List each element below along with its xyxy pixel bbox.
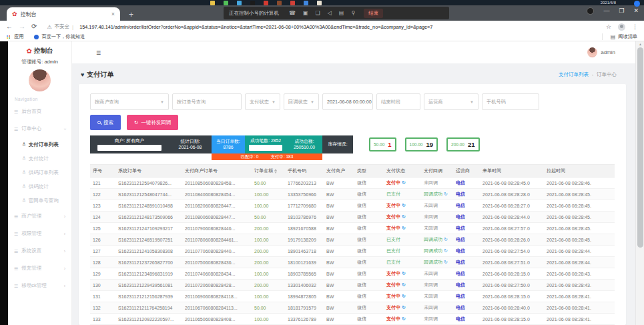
refresh-status-icon[interactable]: ↻: [402, 294, 406, 298]
operator-select[interactable]: 运营商 ▼: [424, 93, 478, 110]
end-session-button[interactable]: 结束: [364, 9, 383, 18]
tab-close-icon[interactable]: ×: [111, 11, 115, 17]
col-amount[interactable]: 订单金额: [252, 165, 285, 178]
sidebar-item-group[interactable]: ☰ 移动ck管理 ›: [8, 277, 71, 294]
scrollbar-up-icon[interactable]: ▲: [636, 42, 644, 46]
taskbar-app-icon[interactable]: [210, 1, 215, 5]
refresh-callback-icon[interactable]: ↻: [444, 237, 448, 242]
pay-merchant: BW: [326, 294, 334, 299]
taskbar-app-icon[interactable]: [264, 1, 268, 5]
bookmark-item[interactable]: 百度一下，你就知道: [34, 33, 85, 40]
stock-price: 200.00: [451, 142, 464, 147]
sidebar-item-home[interactable]: ☰ 后台首页: [8, 103, 71, 120]
refresh-icon[interactable]: ⟳: [31, 23, 37, 30]
user-avatar[interactable]: [29, 69, 51, 91]
come-time: 2021-06-08 08:28:44.0: [482, 215, 530, 220]
close-window-button[interactable]: ✕: [633, 8, 639, 14]
scrollbar-thumb[interactable]: [637, 47, 643, 248]
order-no-input[interactable]: 按订单号查询: [172, 93, 242, 110]
sidebar-item-order-center[interactable]: ☰ 订单中心 ›: [8, 120, 71, 137]
pay-type: 微信: [357, 305, 366, 310]
hamburger-menu-icon[interactable]: ≡: [96, 49, 101, 57]
pay-merchant: BW: [326, 226, 334, 231]
taskbar-app-icon[interactable]: [237, 1, 242, 5]
refresh-status-icon[interactable]: ↻: [402, 271, 406, 276]
refresh-callback-icon[interactable]: ↻: [444, 260, 448, 264]
sidebar-subitem[interactable]: ⚓ 官网单号查询: [8, 194, 71, 208]
pin-icon[interactable]: ⚲: [351, 11, 355, 16]
header-username: admin: [601, 49, 615, 55]
sidebar-subitem[interactable]: ⚓ 支付统计: [8, 151, 71, 166]
reading-list-button[interactable]: ▤ 阅读清单: [602, 33, 637, 40]
stat-merchant-input[interactable]: [97, 145, 162, 151]
url-text[interactable]: 154.197.48.141/admin/order/listOrder?ord…: [79, 24, 600, 30]
sidebar-item-group[interactable]: ☰ 权限管理 ›: [8, 225, 71, 242]
taskbar-app-icon[interactable]: [250, 1, 255, 5]
end-time-input[interactable]: 结束时间: [376, 93, 420, 110]
taskbar-app-icon[interactable]: [304, 1, 308, 5]
back-icon[interactable]: ←: [6, 23, 13, 30]
sort-icon[interactable]: [274, 169, 277, 174]
search-button[interactable]: 搜索: [90, 115, 121, 130]
apps-shortcut[interactable]: 应用: [7, 33, 23, 40]
sidebar-subitem[interactable]: ⚓ 支付订单列表: [8, 137, 71, 151]
minimize-button[interactable]: —: [603, 8, 609, 14]
start-time-input[interactable]: 2021-06-08 00:00:00: [322, 93, 373, 110]
refresh-status-icon[interactable]: ↻: [402, 203, 406, 208]
todesk-float-ball-icon[interactable]: [634, 1, 640, 7]
taskbar-app-icon[interactable]: [290, 1, 295, 5]
taskbar-app-icon[interactable]: [277, 1, 282, 5]
refresh-callback-icon[interactable]: ↻: [444, 192, 448, 196]
sidebar-item-group[interactable]: ☰ 系统设置 ›: [8, 242, 71, 260]
sidebar-item-group[interactable]: ☰ 商户管理 ›: [8, 208, 71, 225]
forward-icon[interactable]: →: [19, 23, 25, 30]
phone-number: 18103786976: [288, 215, 316, 220]
sidebar-item-group[interactable]: ☰ 慢充管理 ›: [8, 260, 71, 277]
profile-avatar[interactable]: [618, 23, 625, 31]
resend-callback-button[interactable]: ↻ 一键补发回调: [127, 115, 178, 130]
refresh-status-icon[interactable]: ↻: [402, 226, 406, 230]
app-logo[interactable]: ✿ 控制台: [8, 47, 71, 55]
fullscreen-icon[interactable]: ❏: [316, 11, 320, 16]
sidebar-subitem[interactable]: ⚓ 供码统计: [8, 180, 71, 194]
chevron-right-icon: ›: [64, 284, 65, 288]
chevron-right-icon: ›: [64, 266, 65, 271]
chevron-right-icon: ›: [64, 232, 65, 236]
refresh-callback-icon[interactable]: ↻: [444, 248, 448, 253]
refresh-status-icon[interactable]: ↻: [402, 316, 406, 321]
window-icon[interactable]: ▣: [303, 11, 308, 16]
taskbar-app-icon[interactable]: [224, 1, 228, 5]
pay-type: 微信: [357, 260, 366, 264]
restore-button[interactable]: ❐: [619, 8, 624, 14]
phone-input[interactable]: 手机号码: [482, 93, 539, 110]
merchant-order-no: 201108406080828454...: [185, 192, 235, 197]
refresh-status-icon[interactable]: ↻: [402, 180, 406, 185]
header-user[interactable]: admin: [587, 47, 615, 57]
order-seq: 124: [93, 215, 101, 220]
monitor-icon[interactable]: ▤: [339, 11, 344, 16]
new-tab-button[interactable]: +: [129, 11, 133, 19]
refresh-status-icon[interactable]: ↻: [402, 282, 406, 287]
orders-table: 序号 系统订单号 支付商户订单号 订单金额 手机号码 支付商户 类型 支付状态 …: [90, 164, 615, 325]
pay-status: 已支付: [386, 260, 400, 264]
speaker-icon[interactable]: ◁: [328, 11, 332, 16]
pay-status: 已支付: [386, 248, 400, 253]
sidebar-subitem[interactable]: ⚓ 供码订单列表: [8, 166, 71, 180]
merchant-select[interactable]: 按商户查询 ▼: [90, 93, 169, 110]
refresh-status-icon[interactable]: ↻: [402, 214, 406, 219]
browser-tab[interactable]: ✿ 控制台 ×: [7, 7, 120, 21]
assist-ball-icon[interactable]: [587, 7, 594, 15]
anchor-icon: ⚓: [22, 142, 26, 147]
scrollbar[interactable]: ▲: [635, 41, 644, 325]
sidebar-item-label: 慢充管理: [21, 265, 41, 272]
browser-menu-icon[interactable]: ⋮: [632, 23, 638, 30]
security-indicator[interactable]: ⚠ 不安全 |: [47, 23, 73, 30]
phone-icon[interactable]: ☎: [289, 11, 296, 16]
bookmark-star-icon[interactable]: ☆: [606, 23, 611, 30]
stat-success-input[interactable]: [249, 145, 282, 151]
pay-status-select[interactable]: 支付状态 ▼: [245, 93, 280, 110]
refresh-status-icon[interactable]: ↻: [402, 305, 406, 310]
callback-status-select[interactable]: 回调状态 ▼: [284, 93, 319, 110]
taskbar-app-icon[interactable]: [317, 1, 322, 5]
breadcrumb-link[interactable]: 支付订单列表: [559, 71, 589, 78]
